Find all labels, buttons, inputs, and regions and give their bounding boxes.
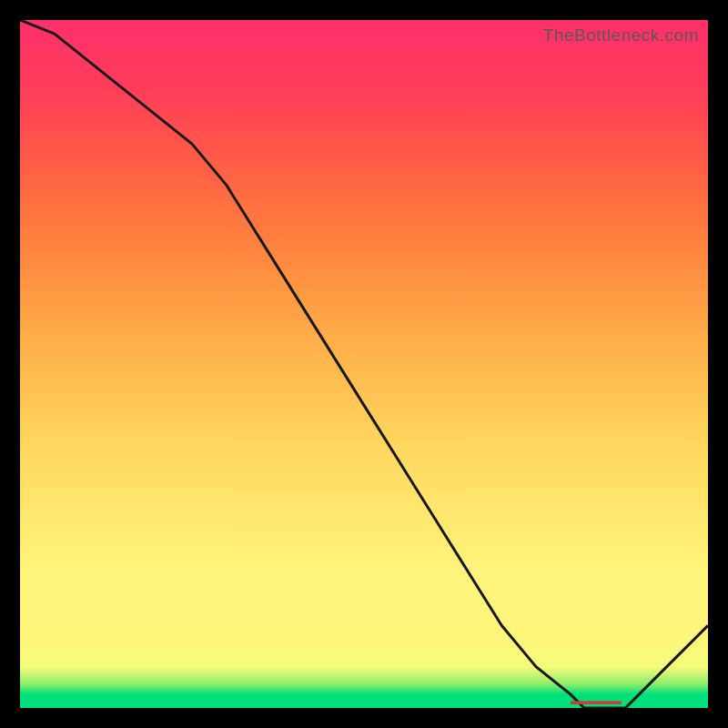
- bottleneck-curve: [20, 20, 708, 708]
- minimum-marker: ▬▬▬▬▬: [571, 694, 622, 707]
- curve-svg: ▬▬▬▬▬: [20, 20, 708, 708]
- plot-area: TheBottleneck.com ▬▬▬▬▬: [20, 20, 708, 708]
- chart-frame: TheBottleneck.com ▬▬▬▬▬: [0, 0, 728, 728]
